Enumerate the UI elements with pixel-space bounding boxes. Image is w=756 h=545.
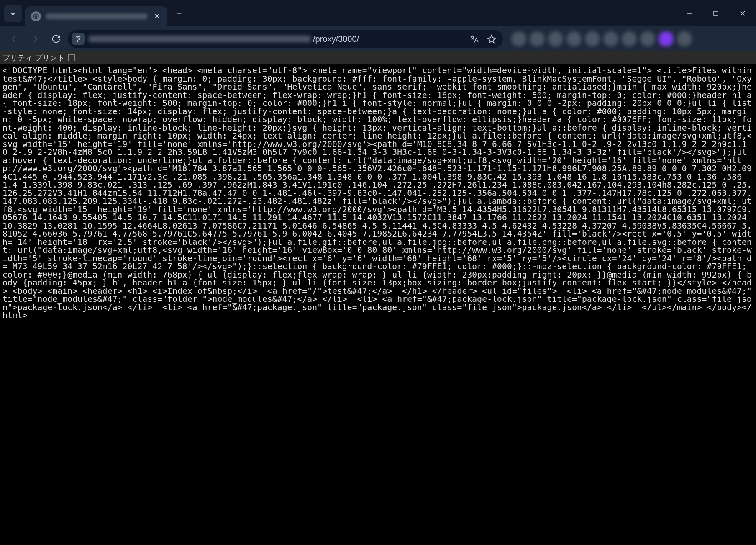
url-blurred-portion xyxy=(89,36,310,42)
bookmark-button[interactable] xyxy=(484,32,499,46)
svg-point-8 xyxy=(77,36,78,37)
new-tab-button[interactable]: + xyxy=(171,5,187,22)
globe-icon xyxy=(31,11,41,21)
window-controls xyxy=(676,0,756,26)
close-window-button[interactable] xyxy=(729,0,756,26)
source-code-content[interactable]: <!DOCTYPE html><html lang="en"> <head> <… xyxy=(0,64,756,322)
profile-avatar[interactable] xyxy=(659,31,674,46)
address-bar[interactable]: /proxy/3000/ xyxy=(68,30,503,48)
maximize-button[interactable] xyxy=(702,0,729,26)
extension-icon[interactable] xyxy=(530,31,545,46)
url-visible-portion: /proxy/3000/ xyxy=(313,34,359,44)
translate-button[interactable] xyxy=(467,32,481,46)
url-text[interactable]: /proxy/3000/ xyxy=(89,34,463,44)
svg-point-9 xyxy=(79,39,80,40)
svg-rect-2 xyxy=(714,11,718,15)
extension-icon[interactable] xyxy=(566,31,582,46)
back-button[interactable] xyxy=(5,30,23,48)
extension-icon[interactable] xyxy=(585,31,600,46)
forward-button[interactable] xyxy=(26,30,44,48)
pretty-print-label: プリティ プリント xyxy=(3,53,65,63)
pretty-print-checkbox[interactable] xyxy=(68,54,75,61)
svg-point-10 xyxy=(77,41,78,42)
pretty-print-bar: プリティ プリント xyxy=(0,51,756,64)
tab-title-blurred xyxy=(46,13,147,19)
extension-icon[interactable] xyxy=(603,31,618,46)
chevron-down-icon xyxy=(10,10,16,17)
site-settings-icon[interactable] xyxy=(72,33,85,45)
browser-menu-button[interactable] xyxy=(4,5,22,22)
reload-button[interactable] xyxy=(47,30,65,48)
browser-menu-icon[interactable] xyxy=(677,31,692,46)
browser-tab[interactable]: ✕ xyxy=(25,6,167,26)
extension-icon[interactable] xyxy=(640,31,655,46)
extension-icon[interactable] xyxy=(622,31,637,46)
browser-toolbar: /proxy/3000/ xyxy=(0,26,756,51)
tab-close-button[interactable]: ✕ xyxy=(152,12,161,21)
extension-icon[interactable] xyxy=(511,31,526,46)
extensions-area xyxy=(511,31,692,46)
browser-title-bar: ✕ + xyxy=(0,0,756,26)
extension-icon[interactable] xyxy=(548,31,563,46)
minimize-button[interactable] xyxy=(676,0,702,26)
